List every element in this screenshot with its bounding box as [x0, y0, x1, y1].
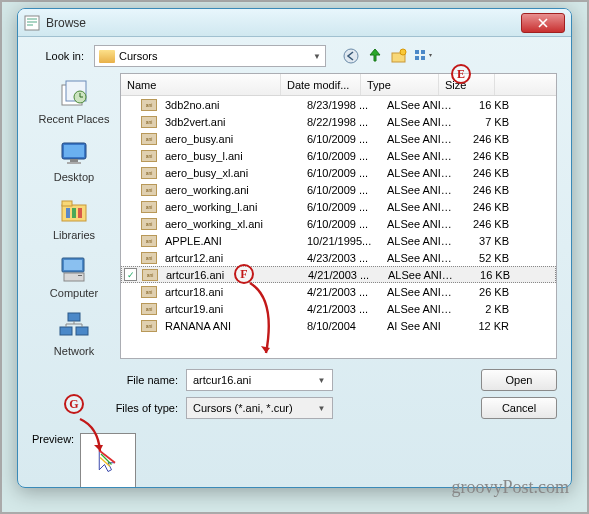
file-size: 2 KB	[459, 303, 515, 315]
file-row[interactable]: aniAPPLE.ANI10/21/1995...ALSee ANI ...37…	[121, 232, 556, 249]
file-icon: ani	[141, 116, 157, 128]
file-date: 6/10/2009 ...	[301, 184, 381, 196]
svg-rect-6	[415, 56, 419, 60]
file-name: 3db2vert.ani	[141, 116, 301, 128]
file-name: aero_working_xl.ani	[141, 218, 301, 230]
window-title: Browse	[46, 16, 521, 30]
svg-rect-4	[415, 50, 419, 54]
file-row[interactable]: ani3db2no.ani8/23/1998 ...ALSee ANI ...1…	[121, 96, 556, 113]
filetype-label: Files of type:	[92, 402, 178, 414]
file-row[interactable]: aniaero_working_l.ani6/10/2009 ...ALSee …	[121, 198, 556, 215]
file-size: 16 KB	[460, 269, 516, 281]
file-size: 246 KB	[459, 133, 515, 145]
file-name: aero_working.ani	[141, 184, 301, 196]
file-name: artcur12.ani	[141, 252, 301, 264]
svg-rect-23	[78, 275, 82, 276]
file-row[interactable]: ani3db2vert.ani8/22/1998 ...ALSee ANI ..…	[121, 113, 556, 130]
file-row[interactable]: aniaero_busy_l.ani6/10/2009 ...ALSee ANI…	[121, 147, 556, 164]
file-date: 8/10/2004	[301, 320, 381, 332]
file-name: artcur18.ani	[141, 286, 301, 298]
file-icon: ani	[141, 303, 157, 315]
file-size: 37 KB	[459, 235, 515, 247]
title-bar: Browse	[18, 9, 571, 37]
filetype-combo[interactable]: Cursors (*.ani, *.cur) ▼	[186, 397, 333, 419]
file-name: aero_busy.ani	[141, 133, 301, 145]
file-row[interactable]: aniaero_busy.ani6/10/2009 ...ALSee ANI .…	[121, 130, 556, 147]
file-size: 12 KR	[459, 320, 515, 332]
place-label: Desktop	[54, 171, 94, 183]
file-row[interactable]: aniartcur18.ani4/21/2003 ...ALSee ANI ..…	[121, 283, 556, 300]
file-name: artcur19.ani	[141, 303, 301, 315]
file-date: 4/21/2003 ...	[302, 269, 382, 281]
place-recent[interactable]: Recent Places	[39, 79, 110, 125]
place-label: Libraries	[53, 229, 95, 241]
col-type[interactable]: Type	[361, 74, 439, 95]
col-name[interactable]: Name	[121, 74, 281, 95]
file-icon: ani	[141, 150, 157, 162]
file-list-body[interactable]: ani3db2no.ani8/23/1998 ...ALSee ANI ...1…	[121, 96, 556, 358]
file-type: ALSee ANI ...	[381, 150, 459, 162]
file-date: 6/10/2009 ...	[301, 201, 381, 213]
checkbox-icon[interactable]: ✓	[124, 268, 137, 281]
svg-rect-5	[421, 50, 425, 54]
filename-input[interactable]: artcur16.ani ▼	[186, 369, 333, 391]
close-icon	[538, 18, 548, 28]
svg-rect-18	[72, 208, 76, 218]
file-row[interactable]: aniaero_busy_xl.ani6/10/2009 ...ALSee AN…	[121, 164, 556, 181]
file-row[interactable]: aniaero_working.ani6/10/2009 ...ALSee AN…	[121, 181, 556, 198]
place-label: Network	[54, 345, 94, 357]
svg-rect-12	[64, 145, 84, 157]
file-type: AI See ANI	[381, 320, 459, 332]
col-date[interactable]: Date modif...	[281, 74, 361, 95]
file-size: 246 KB	[459, 184, 515, 196]
new-folder-button[interactable]	[388, 45, 410, 67]
svg-point-3	[400, 49, 406, 55]
lookin-combo[interactable]: Cursors ▼	[94, 45, 326, 67]
view-menu-button[interactable]	[412, 45, 434, 67]
file-name: APPLE.ANI	[141, 235, 301, 247]
file-size: 246 KB	[459, 218, 515, 230]
preview-box	[80, 433, 136, 488]
file-type: ALSee ANI ...	[381, 235, 459, 247]
file-type: ALSee ANI ...	[381, 167, 459, 179]
file-row[interactable]: aniartcur12.ani4/23/2003 ...ALSee ANI ..…	[121, 249, 556, 266]
file-type: ALSee ANI ...	[381, 133, 459, 145]
place-label: Recent Places	[39, 113, 110, 125]
file-date: 6/10/2009 ...	[301, 167, 381, 179]
file-type: ALSee ANI ...	[381, 252, 459, 264]
open-button[interactable]: Open	[481, 369, 557, 391]
brand-watermark: groovyPost.com	[451, 477, 569, 498]
back-button[interactable]	[340, 45, 362, 67]
place-libraries[interactable]: Libraries	[53, 195, 95, 241]
place-desktop[interactable]: Desktop	[54, 137, 94, 183]
file-icon: ani	[141, 286, 157, 298]
svg-rect-21	[64, 260, 82, 270]
file-type: ALSee ANI ...	[381, 116, 459, 128]
browse-dialog: Browse Look in: Cursors ▼ Recent PlacesD…	[17, 8, 572, 488]
chevron-down-icon: ▼	[313, 52, 321, 61]
file-size: 52 KB	[459, 252, 515, 264]
file-row[interactable]: aniartcur19.ani4/21/2003 ...ALSee ANI ..…	[121, 300, 556, 317]
place-network[interactable]: Network	[54, 311, 94, 357]
file-date: 4/21/2003 ...	[301, 303, 381, 315]
badge-f: F	[234, 264, 254, 284]
file-list: Name Date modif... Type Size ani3db2no.a…	[120, 73, 557, 359]
file-icon: ani	[141, 252, 157, 264]
chevron-down-icon: ▼	[318, 404, 326, 413]
nav-toolbar	[340, 45, 434, 67]
file-row[interactable]: ✓aniartcur16.ani4/21/2003 ...ALSee ANI .…	[121, 266, 556, 283]
cancel-button[interactable]: Cancel	[481, 397, 557, 419]
file-date: 10/21/1995...	[301, 235, 381, 247]
up-button[interactable]	[364, 45, 386, 67]
file-date: 6/10/2009 ...	[301, 133, 381, 145]
file-icon: ani	[141, 320, 157, 332]
svg-rect-17	[66, 208, 70, 218]
desktop-icon	[58, 137, 90, 169]
close-button[interactable]	[521, 13, 565, 33]
place-computer[interactable]: Computer	[50, 253, 98, 299]
file-row[interactable]: aniRANANA ANI8/10/2004AI See ANI12 KR	[121, 317, 556, 334]
file-row[interactable]: aniaero_working_xl.ani6/10/2009 ...ALSee…	[121, 215, 556, 232]
file-type: ALSee ANI ...	[381, 286, 459, 298]
network-icon	[58, 311, 90, 343]
file-date: 8/23/1998 ...	[301, 99, 381, 111]
